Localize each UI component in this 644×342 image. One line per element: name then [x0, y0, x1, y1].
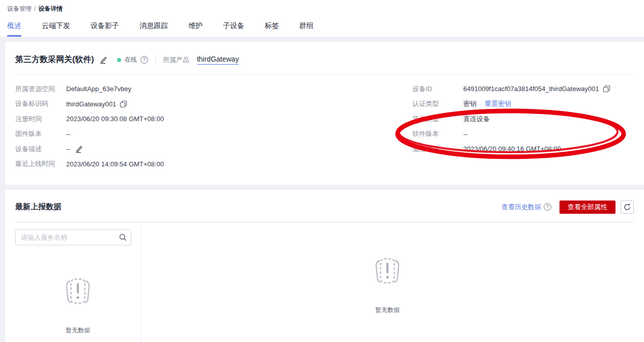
copy-device-id-icon[interactable]: [603, 85, 610, 93]
tab-sub-devices[interactable]: 子设备: [223, 21, 244, 37]
online-status-label: 在线: [125, 55, 137, 64]
view-all-properties-button[interactable]: 查看全部属性: [559, 201, 615, 214]
detail-row-device-id: 设备ID 6491009f1cacf07a3814f054_thirdGatew…: [412, 81, 634, 97]
detail-row-device-description: 设备描述 --: [15, 141, 412, 157]
copy-device-code-icon[interactable]: [120, 100, 127, 108]
detail-row-node-type: 节点类型 直连设备: [412, 111, 634, 127]
history-help-icon[interactable]: ?: [544, 203, 551, 211]
no-data-text: 暂无数据: [66, 326, 90, 335]
no-data-icon: [63, 277, 93, 305]
device-title: 第三方数采网关(软件): [15, 54, 94, 65]
tab-tags[interactable]: 标签: [265, 21, 279, 37]
device-header: 第三方数采网关(软件) 在线 ? 所属产品 thirdGateway: [15, 53, 634, 67]
detail-row-software-version: 软件版本 --: [412, 127, 634, 142]
no-data-text: 暂无数据: [375, 306, 400, 315]
refresh-icon: [623, 203, 631, 211]
tab-overview[interactable]: 概述: [7, 21, 21, 37]
data-empty-state: 暂无数据: [141, 257, 634, 315]
service-list-panel: 暂无数据: [15, 222, 141, 342]
tab-message-trace[interactable]: 消息跟踪: [139, 21, 168, 37]
status-help-icon[interactable]: ?: [141, 56, 148, 64]
edit-device-name-icon[interactable]: [99, 56, 107, 64]
detail-row-last-online-time: 最近上线时间 2023/06/20 14:09:54 GMT+08:00: [15, 157, 412, 172]
breadcrumb-separator: /: [34, 5, 36, 12]
breadcrumb-device-management[interactable]: 设备管理: [7, 5, 32, 12]
details-right-column: 设备ID 6491009f1cacf07a3814f054_thirdGatew…: [412, 81, 634, 172]
service-empty-state: 暂无数据: [15, 277, 141, 335]
service-search-input[interactable]: [15, 230, 131, 245]
report-section-title: 最新上报数据: [15, 202, 61, 212]
device-overview-card: 第三方数采网关(软件) 在线 ? 所属产品 thirdGateway 所属资源空…: [5, 42, 644, 185]
device-details: 所属资源空间 DefaultApp_63e7vbey 设备标识码 thirdGa…: [15, 81, 634, 172]
product-label: 所属产品: [163, 55, 189, 65]
report-data-panel: 暂无数据: [141, 222, 634, 342]
breadcrumb-device-detail: 设备详情: [38, 5, 63, 12]
tab-bar: 概述 云端下发 设备影子 消息跟踪 维护 子设备 标签 群组: [0, 14, 644, 37]
tab-maintenance[interactable]: 维护: [188, 21, 203, 37]
report-actions: 查看历史数据 ? 查看全部属性: [501, 201, 634, 214]
latest-report-card: 最新上报数据 查看历史数据 ? 查看全部属性: [5, 190, 644, 342]
report-header: 最新上报数据 查看历史数据 ? 查看全部属性: [15, 200, 634, 214]
view-history-link[interactable]: 查看历史数据: [501, 203, 541, 212]
detail-row-device-code: 设备标识码 thirdGateway001: [15, 97, 412, 112]
detail-row-firmware-version: 固件版本 --: [15, 127, 412, 142]
header-divider: [155, 56, 156, 64]
tab-groups[interactable]: 群组: [299, 21, 314, 37]
detail-row-activation-time: 激活时间 2023/06/20 09:40:16 GMT+08:00: [412, 141, 634, 157]
tab-cloud-delivery[interactable]: 云端下发: [42, 21, 70, 37]
details-left-column: 所属资源空间 DefaultApp_63e7vbey 设备标识码 thirdGa…: [15, 81, 412, 172]
edit-description-icon[interactable]: [74, 145, 82, 153]
page-content: 第三方数采网关(软件) 在线 ? 所属产品 thirdGateway 所属资源空…: [0, 37, 644, 342]
no-data-icon: [373, 257, 402, 284]
search-icon[interactable]: [119, 234, 127, 241]
tab-device-shadow[interactable]: 设备影子: [91, 21, 119, 37]
service-search: [15, 230, 131, 245]
product-link[interactable]: thirdGateway: [197, 55, 239, 65]
detail-row-register-time: 注册时间 2023/06/20 09:30:08 GMT+08:00: [15, 111, 412, 127]
detail-row-auth-type: 认证类型 密钥 重置密钥: [412, 97, 634, 112]
report-body: 暂无数据 暂无数据: [15, 222, 634, 342]
refresh-button[interactable]: [621, 201, 634, 214]
breadcrumb: 设备管理/设备详情: [0, 0, 644, 14]
reset-secret-link[interactable]: 重置密钥: [485, 99, 511, 108]
dashed-divider: [15, 74, 634, 75]
online-status-dot: [117, 58, 121, 62]
detail-row-resource-space: 所属资源空间 DefaultApp_63e7vbey: [15, 81, 412, 97]
